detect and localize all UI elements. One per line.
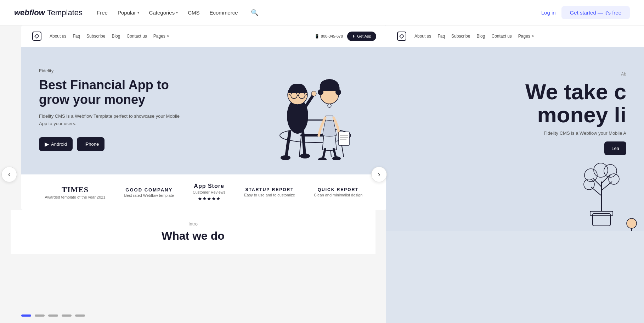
preview-phone-number: 📱 800-345-678 [315, 34, 343, 39]
preview-nav-links: About us Faq Subscribe Blog Contact us P… [50, 34, 307, 39]
right-headline: We take cmoney li [397, 80, 626, 126]
right-nav-pages[interactable]: Pages > [518, 34, 534, 39]
main-preview-card: About us Faq Subscribe Blog Contact us P… [11, 26, 375, 254]
right-nav-subscribe[interactable]: Subscribe [451, 34, 470, 39]
svg-point-26 [328, 104, 331, 107]
logo-templates: Templates [47, 8, 83, 17]
nav-links: Free Popular ▾ Categories ▾ CMS Ecommerc… [97, 9, 541, 17]
phone-icon: 📱 [315, 34, 320, 39]
trust-title-app-store: App Store [193, 183, 225, 189]
login-link[interactable]: Log in [541, 10, 556, 16]
svg-rect-27 [339, 132, 349, 145]
trust-startup-report: STARTUP REPORT Easy to use and to custom… [244, 187, 295, 197]
right-nav-contact[interactable]: Contact us [491, 34, 512, 39]
right-template-preview-card: About us Faq Subscribe Blog Contact us P… [386, 26, 644, 323]
carousel-dot-2[interactable] [35, 314, 45, 317]
preview-subtext: Fidelity CMS is a Webflow Template perfe… [39, 113, 181, 128]
svg-rect-0 [33, 32, 41, 40]
iphone-button[interactable]: iPhone [77, 137, 104, 151]
preview-nav-about[interactable]: About us [50, 34, 66, 39]
carousel-dot-5[interactable] [75, 314, 85, 317]
preview-nav-pages[interactable]: Pages > [153, 34, 169, 39]
preview-nav-right: 📱 800-345-678 ⬇ Get App [315, 32, 376, 41]
carousel-dot-1[interactable] [21, 314, 31, 317]
svg-point-45 [594, 163, 608, 177]
nav-popular[interactable]: Popular ▾ [118, 10, 139, 16]
carousel-dot-3[interactable] [48, 314, 58, 317]
svg-point-46 [627, 218, 637, 228]
top-navigation: webflow Templates Free Popular ▾ Categor… [0, 0, 644, 26]
svg-point-42 [609, 174, 619, 184]
carousel-dots [21, 314, 85, 317]
intro-eyebrow: Intro [25, 221, 361, 227]
trust-subtitle-good-company: Best rated Webflow template [124, 193, 174, 197]
preview-cta-buttons: ▶ Android iPhone [39, 137, 181, 151]
preview-hero-section: Fidelity Best Financial App to grow your… [21, 47, 386, 174]
svg-rect-33 [397, 32, 406, 40]
svg-point-23 [323, 84, 328, 89]
preview-nav-contact[interactable]: Contact us [126, 34, 147, 39]
nav-right-actions: Log in Get started — it's free [541, 6, 630, 19]
preview-nav-blog[interactable]: Blog [112, 34, 120, 39]
right-preview-brand-logo [396, 30, 407, 42]
trust-title-times: TIMES [45, 185, 105, 194]
right-nav-faq[interactable]: Faq [437, 34, 445, 39]
preview-headline: Best Financial App to grow your money [39, 78, 181, 107]
trust-stars: ★★★★★ [193, 196, 225, 201]
template-preview-card: About us Faq Subscribe Blog Contact us P… [21, 26, 386, 210]
preview-brand-logo [31, 30, 43, 42]
trust-subtitle-startup: Easy to use and to customize [244, 193, 295, 197]
preview-eyebrow: Fidelity [39, 68, 181, 73]
android-button[interactable]: ▶ Android [39, 137, 73, 151]
svg-point-24 [331, 84, 336, 89]
chevron-down-icon: ▾ [137, 11, 139, 15]
get-started-button[interactable]: Get started — it's free [561, 6, 630, 19]
trust-times: TIMES Awarded template of the year 2021 [45, 185, 105, 199]
tree-illustration [566, 132, 637, 231]
nav-cms[interactable]: CMS [188, 10, 199, 16]
trust-subtitle-app-store: Customer Reviews [193, 190, 225, 194]
right-nav-about[interactable]: About us [414, 34, 431, 39]
left-preview-wrapper: About us Faq Subscribe Blog Contact us P… [0, 26, 386, 323]
intro-section: Intro What we do [11, 210, 375, 254]
nav-categories[interactable]: Categories ▾ [149, 10, 178, 16]
nav-free[interactable]: Free [97, 10, 108, 16]
trust-title-startup: STARTUP REPORT [244, 187, 295, 192]
download-icon: ⬇ [352, 34, 355, 39]
trust-bar: TIMES Awarded template of the year 2021 … [21, 174, 386, 210]
carousel-dot-4[interactable] [62, 314, 72, 317]
svg-line-4 [299, 137, 301, 157]
trust-good-company: GOOD COMPANY Best rated Webflow template [124, 187, 174, 197]
right-preview-wrapper: About us Faq Subscribe Blog Contact us P… [386, 26, 644, 323]
right-hero-section: Ab We take cmoney li Fidelity CMS is a W… [386, 47, 644, 231]
main-content-area: ‹ About us Faq Subscribe Blog [0, 26, 644, 323]
chevron-left-icon: ‹ [8, 170, 11, 178]
nav-ecommerce[interactable]: Ecommerce [210, 10, 238, 16]
svg-point-22 [335, 89, 341, 95]
chevron-down-icon: ▾ [176, 11, 178, 15]
intro-headline: What we do [25, 229, 361, 243]
people-illustration [248, 61, 368, 160]
trust-app-store: App Store Customer Reviews ★★★★★ [193, 183, 225, 201]
svg-point-41 [584, 179, 594, 190]
svg-point-17 [311, 91, 316, 96]
trust-title-good-company: GOOD COMPANY [124, 187, 174, 193]
preview-nav-subscribe[interactable]: Subscribe [86, 34, 105, 39]
svg-point-19 [300, 154, 310, 158]
hero-illustration [248, 61, 368, 160]
preview-nav-faq[interactable]: Faq [73, 34, 80, 39]
preview-get-app-button[interactable]: ⬇ Get App [347, 32, 376, 41]
site-logo[interactable]: webflow Templates [14, 8, 83, 17]
carousel-next-button[interactable]: › [371, 167, 387, 182]
trust-subtitle-times: Awarded template of the year 2021 [45, 195, 105, 199]
svg-point-32 [332, 156, 341, 160]
trust-title-quick: QUICK REPORT [314, 187, 363, 192]
right-nav-blog[interactable]: Blog [476, 34, 485, 39]
trust-quick-report: QUICK REPORT Clean and minimalist design [314, 187, 363, 197]
svg-point-18 [281, 155, 290, 160]
right-preview-navbar: About us Faq Subscribe Blog Contact us P… [386, 26, 644, 47]
preview-hero-text: Fidelity Best Financial App to grow your… [39, 61, 181, 151]
carousel-prev-button[interactable]: ‹ [1, 167, 17, 182]
search-icon[interactable]: 🔍 [251, 9, 259, 17]
svg-point-25 [327, 83, 332, 88]
